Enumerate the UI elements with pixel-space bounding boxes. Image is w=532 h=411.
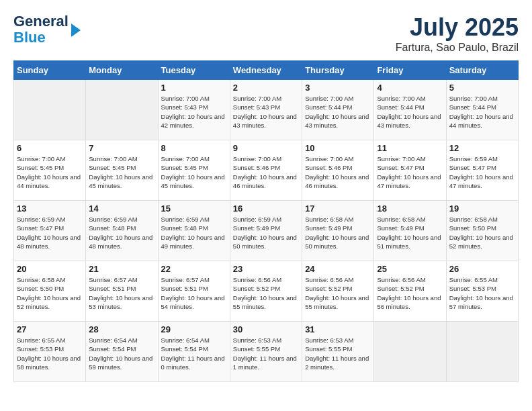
calendar-cell: 14Sunrise: 6:59 AM Sunset: 5:48 PM Dayli… xyxy=(86,201,158,261)
day-info: Sunrise: 6:55 AM Sunset: 5:53 PM Dayligh… xyxy=(449,275,515,311)
logo: GeneralBlue xyxy=(13,13,81,46)
calendar-cell: 30Sunrise: 6:53 AM Sunset: 5:55 PM Dayli… xyxy=(230,322,302,382)
calendar-week-2: 6Sunrise: 7:00 AM Sunset: 5:45 PM Daylig… xyxy=(14,140,519,201)
calendar-cell: 5Sunrise: 7:00 AM Sunset: 5:44 PM Daylig… xyxy=(446,80,518,140)
day-info: Sunrise: 6:56 AM Sunset: 5:52 PM Dayligh… xyxy=(233,275,299,311)
day-number: 4 xyxy=(377,83,443,93)
calendar-cell: 2Sunrise: 7:00 AM Sunset: 5:43 PM Daylig… xyxy=(230,80,302,140)
day-info: Sunrise: 6:59 AM Sunset: 5:47 PM Dayligh… xyxy=(449,154,515,190)
day-info: Sunrise: 7:00 AM Sunset: 5:46 PM Dayligh… xyxy=(305,154,371,190)
calendar-cell: 22Sunrise: 6:57 AM Sunset: 5:51 PM Dayli… xyxy=(158,261,230,322)
day-info: Sunrise: 7:00 AM Sunset: 5:45 PM Dayligh… xyxy=(161,154,227,190)
calendar-cell: 4Sunrise: 7:00 AM Sunset: 5:44 PM Daylig… xyxy=(374,80,446,140)
weekday-header-sunday: Sunday xyxy=(14,61,86,80)
day-info: Sunrise: 6:54 AM Sunset: 5:54 PM Dayligh… xyxy=(161,336,227,371)
day-info: Sunrise: 6:57 AM Sunset: 5:51 PM Dayligh… xyxy=(161,275,227,311)
calendar-cell: 11Sunrise: 7:00 AM Sunset: 5:47 PM Dayli… xyxy=(374,140,446,201)
calendar-cell: 1Sunrise: 7:00 AM Sunset: 5:43 PM Daylig… xyxy=(158,80,230,140)
day-number: 6 xyxy=(17,143,83,153)
day-number: 5 xyxy=(449,83,515,93)
calendar-cell xyxy=(374,322,446,382)
day-info: Sunrise: 6:55 AM Sunset: 5:53 PM Dayligh… xyxy=(17,336,83,371)
day-info: Sunrise: 6:59 AM Sunset: 5:47 PM Dayligh… xyxy=(17,215,83,250)
day-number: 19 xyxy=(449,203,515,214)
day-number: 17 xyxy=(305,203,371,214)
calendar-cell: 17Sunrise: 6:58 AM Sunset: 5:49 PM Dayli… xyxy=(302,201,374,261)
weekday-header-friday: Friday xyxy=(374,61,446,80)
day-number: 13 xyxy=(17,203,83,214)
calendar-cell: 8Sunrise: 7:00 AM Sunset: 5:45 PM Daylig… xyxy=(158,140,230,201)
day-info: Sunrise: 7:00 AM Sunset: 5:45 PM Dayligh… xyxy=(89,154,154,190)
day-info: Sunrise: 7:00 AM Sunset: 5:47 PM Dayligh… xyxy=(377,154,443,190)
calendar-cell: 16Sunrise: 6:59 AM Sunset: 5:49 PM Dayli… xyxy=(230,201,302,261)
day-info: Sunrise: 7:00 AM Sunset: 5:43 PM Dayligh… xyxy=(161,94,227,130)
day-info: Sunrise: 7:00 AM Sunset: 5:44 PM Dayligh… xyxy=(377,94,443,130)
calendar-week-3: 13Sunrise: 6:59 AM Sunset: 5:47 PM Dayli… xyxy=(14,201,519,261)
calendar-cell: 31Sunrise: 6:53 AM Sunset: 5:55 PM Dayli… xyxy=(302,322,374,382)
calendar-cell: 3Sunrise: 7:00 AM Sunset: 5:44 PM Daylig… xyxy=(302,80,374,140)
calendar-cell: 28Sunrise: 6:54 AM Sunset: 5:54 PM Dayli… xyxy=(86,322,158,382)
calendar-cell: 23Sunrise: 6:56 AM Sunset: 5:52 PM Dayli… xyxy=(230,261,302,322)
day-info: Sunrise: 6:59 AM Sunset: 5:48 PM Dayligh… xyxy=(161,215,227,250)
day-number: 22 xyxy=(161,264,227,274)
day-info: Sunrise: 7:00 AM Sunset: 5:44 PM Dayligh… xyxy=(449,94,515,130)
day-number: 3 xyxy=(305,83,371,93)
day-number: 16 xyxy=(233,203,299,214)
calendar-week-4: 20Sunrise: 6:58 AM Sunset: 5:50 PM Dayli… xyxy=(14,261,519,322)
calendar-cell: 7Sunrise: 7:00 AM Sunset: 5:45 PM Daylig… xyxy=(86,140,158,201)
day-number: 7 xyxy=(89,143,154,153)
day-number: 8 xyxy=(161,143,227,153)
weekday-header-saturday: Saturday xyxy=(446,61,518,80)
day-number: 20 xyxy=(17,264,83,274)
day-info: Sunrise: 7:00 AM Sunset: 5:44 PM Dayligh… xyxy=(305,94,371,130)
day-number: 15 xyxy=(161,203,227,214)
day-info: Sunrise: 7:00 AM Sunset: 5:43 PM Dayligh… xyxy=(233,94,299,130)
day-number: 12 xyxy=(449,143,515,153)
calendar-cell: 21Sunrise: 6:57 AM Sunset: 5:51 PM Dayli… xyxy=(86,261,158,322)
day-info: Sunrise: 6:58 AM Sunset: 5:49 PM Dayligh… xyxy=(377,215,443,250)
calendar-cell xyxy=(86,80,158,140)
weekday-header-tuesday: Tuesday xyxy=(158,61,230,80)
location: Fartura, Sao Paulo, Brazil xyxy=(396,42,519,54)
day-number: 9 xyxy=(233,143,299,153)
calendar-cell: 18Sunrise: 6:58 AM Sunset: 5:49 PM Dayli… xyxy=(374,201,446,261)
logo-blue: Blue xyxy=(13,29,46,46)
calendar-header-row: SundayMondayTuesdayWednesdayThursdayFrid… xyxy=(14,61,519,80)
day-info: Sunrise: 7:00 AM Sunset: 5:46 PM Dayligh… xyxy=(233,154,299,190)
day-info: Sunrise: 6:59 AM Sunset: 5:49 PM Dayligh… xyxy=(233,215,299,250)
day-info: Sunrise: 6:57 AM Sunset: 5:51 PM Dayligh… xyxy=(89,275,154,311)
calendar-cell xyxy=(446,322,518,382)
day-number: 25 xyxy=(377,264,443,274)
day-number: 2 xyxy=(233,83,299,93)
calendar-cell: 29Sunrise: 6:54 AM Sunset: 5:54 PM Dayli… xyxy=(158,322,230,382)
day-info: Sunrise: 6:58 AM Sunset: 5:49 PM Dayligh… xyxy=(305,215,371,250)
calendar-cell: 15Sunrise: 6:59 AM Sunset: 5:48 PM Dayli… xyxy=(158,201,230,261)
calendar-cell: 27Sunrise: 6:55 AM Sunset: 5:53 PM Dayli… xyxy=(14,322,86,382)
day-number: 24 xyxy=(305,264,371,274)
month-title: July 2025 xyxy=(396,13,519,42)
day-number: 31 xyxy=(305,324,371,334)
calendar-week-1: 1Sunrise: 7:00 AM Sunset: 5:43 PM Daylig… xyxy=(14,80,519,140)
calendar-cell: 25Sunrise: 6:56 AM Sunset: 5:52 PM Dayli… xyxy=(374,261,446,322)
day-number: 21 xyxy=(89,264,154,274)
day-info: Sunrise: 6:54 AM Sunset: 5:54 PM Dayligh… xyxy=(89,336,154,371)
day-number: 14 xyxy=(89,203,154,214)
calendar-table: SundayMondayTuesdayWednesdayThursdayFrid… xyxy=(13,60,519,382)
day-info: Sunrise: 6:59 AM Sunset: 5:48 PM Dayligh… xyxy=(89,215,154,250)
day-info: Sunrise: 7:00 AM Sunset: 5:45 PM Dayligh… xyxy=(17,154,83,190)
day-number: 26 xyxy=(449,264,515,274)
day-info: Sunrise: 6:56 AM Sunset: 5:52 PM Dayligh… xyxy=(377,275,443,311)
calendar-cell: 24Sunrise: 6:56 AM Sunset: 5:52 PM Dayli… xyxy=(302,261,374,322)
day-info: Sunrise: 6:53 AM Sunset: 5:55 PM Dayligh… xyxy=(305,336,371,371)
day-info: Sunrise: 6:58 AM Sunset: 5:50 PM Dayligh… xyxy=(449,215,515,250)
day-number: 11 xyxy=(377,143,443,153)
calendar-cell: 20Sunrise: 6:58 AM Sunset: 5:50 PM Dayli… xyxy=(14,261,86,322)
page-header: GeneralBlue July 2025 Fartura, Sao Paulo… xyxy=(13,13,519,54)
day-number: 1 xyxy=(161,83,227,93)
calendar-cell xyxy=(14,80,86,140)
calendar-cell: 13Sunrise: 6:59 AM Sunset: 5:47 PM Dayli… xyxy=(14,201,86,261)
calendar-cell: 9Sunrise: 7:00 AM Sunset: 5:46 PM Daylig… xyxy=(230,140,302,201)
weekday-header-thursday: Thursday xyxy=(302,61,374,80)
day-number: 10 xyxy=(305,143,371,153)
day-info: Sunrise: 6:58 AM Sunset: 5:50 PM Dayligh… xyxy=(17,275,83,311)
